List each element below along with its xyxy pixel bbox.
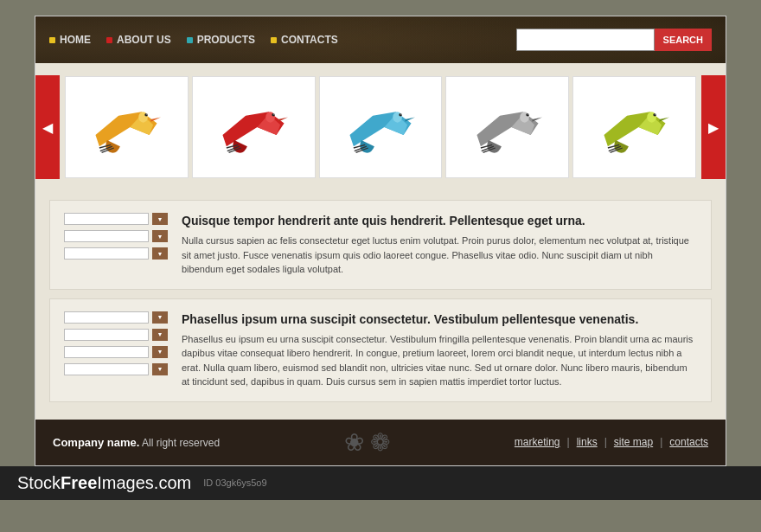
carousel-items	[60, 76, 701, 178]
control-bar-2	[64, 230, 149, 242]
sidebar-controls-1	[64, 213, 168, 277]
nav-about[interactable]: ABOUT US	[106, 34, 171, 46]
control-bar-4	[64, 311, 149, 324]
footer-link-contacts[interactable]: contacts	[669, 436, 708, 448]
blue-bird-icon	[342, 93, 419, 162]
svg-point-22	[400, 113, 401, 114]
domain-text: Images.com	[97, 473, 191, 492]
control-bar-5	[64, 329, 149, 341]
svg-point-40	[655, 113, 655, 114]
search-area: SEARCH	[516, 29, 712, 51]
nav-home[interactable]: HOME	[49, 34, 91, 46]
rights-text: All right reserved	[142, 437, 220, 449]
carousel-item-1[interactable]	[65, 76, 189, 178]
content-title-1: Quisque tempor hendrerit ante quis hendr…	[182, 213, 697, 228]
control-btn-2[interactable]	[152, 230, 168, 242]
content-text-1: Quisque tempor hendrerit ante quis hendr…	[182, 213, 697, 277]
main-nav: HOME ABOUT US PRODUCTS CONTACTS	[49, 34, 338, 46]
watermark-bar: StockFreeImages.com ID 03gk6ys5o9	[0, 466, 761, 500]
search-input[interactable]	[516, 29, 655, 51]
content-title-2: Phasellus ipsum urna suscipit consectetu…	[182, 311, 697, 327]
nav-products[interactable]: PRODUCTS	[187, 34, 255, 46]
carousel-next-arrow[interactable]: ▶	[701, 75, 726, 179]
footer-right: marketing | links | site map | contacts	[515, 436, 708, 448]
yellow-bird-icon	[87, 93, 165, 162]
nav-label-contacts: CONTACTS	[281, 34, 338, 46]
control-bar-6	[64, 346, 149, 358]
carousel-item-2[interactable]	[192, 76, 316, 178]
footer-sep-1: |	[567, 436, 570, 448]
company-name: Company name.	[53, 436, 139, 449]
carousel-section: ◀	[35, 63, 726, 191]
svg-marker-5	[151, 117, 162, 121]
footer-link-links[interactable]: links	[577, 436, 598, 448]
control-btn-6[interactable]	[152, 346, 168, 358]
control-row-1	[64, 213, 168, 225]
footer-sep-2: |	[604, 436, 607, 448]
control-btn-4[interactable]	[152, 311, 168, 324]
control-row-3	[64, 247, 168, 260]
svg-marker-41	[659, 117, 669, 121]
carousel-prev-arrow[interactable]: ◀	[35, 75, 60, 179]
control-row-2	[64, 230, 168, 242]
red-bird-icon	[214, 93, 292, 162]
nav-dot-products	[187, 37, 193, 43]
search-button[interactable]: SEARCH	[655, 29, 712, 51]
control-btn-3[interactable]	[152, 247, 168, 260]
nav-dot-contacts	[271, 37, 277, 43]
control-row-7	[64, 363, 168, 375]
carousel-item-4[interactable]	[445, 76, 569, 178]
watermark-id: ID 03gk6ys5o9	[203, 478, 266, 488]
control-row-4	[64, 311, 168, 324]
free-text: Free	[61, 473, 97, 492]
site-header: HOME ABOUT US PRODUCTS CONTACTS SEARCH	[35, 16, 726, 63]
control-btn-7[interactable]	[152, 363, 168, 375]
control-btn-1[interactable]	[152, 213, 168, 225]
control-row-5	[64, 329, 168, 341]
svg-point-13	[273, 113, 274, 114]
svg-point-4	[147, 113, 148, 114]
control-bar-7	[64, 363, 149, 375]
footer-left: Company name. All right reserved	[53, 436, 220, 449]
content-text-2: Phasellus ipsum urna suscipit consectetu…	[182, 311, 697, 389]
content-block-1: Quisque tempor hendrerit ante quis hendr…	[49, 200, 712, 290]
gray-bird-icon	[469, 93, 547, 162]
content-body-1: Nulla cursus sapien ac felis consectetur…	[182, 234, 697, 277]
control-bar-3	[64, 247, 149, 260]
content-area: Quisque tempor hendrerit ante quis hendr…	[35, 191, 726, 420]
svg-marker-23	[405, 117, 415, 121]
carousel-item-5[interactable]	[572, 76, 696, 178]
site-container: HOME ABOUT US PRODUCTS CONTACTS SEARCH ◀	[35, 16, 726, 466]
control-bar-1	[64, 213, 149, 225]
carousel-item-3[interactable]	[319, 76, 443, 178]
footer-link-sitemap[interactable]: site map	[614, 436, 653, 448]
nav-label-home: HOME	[60, 34, 91, 46]
site-footer: Company name. All right reserved ❀ ❁ mar…	[35, 420, 726, 465]
svg-marker-32	[532, 117, 542, 121]
sidebar-controls-2	[64, 311, 168, 389]
footer-link-marketing[interactable]: marketing	[515, 436, 560, 448]
control-btn-5[interactable]	[152, 329, 168, 341]
nav-label-products: PRODUCTS	[197, 34, 255, 46]
nav-contacts[interactable]: CONTACTS	[271, 34, 338, 46]
svg-marker-14	[278, 117, 289, 121]
footer-floral-decoration: ❀ ❁	[344, 428, 391, 457]
svg-point-31	[528, 113, 528, 114]
control-row-6	[64, 346, 168, 358]
nav-dot-home	[49, 37, 55, 43]
watermark-text: StockFreeImages.com	[17, 473, 191, 493]
content-body-2: Phasellus eu ipsum eu urna suscipit cons…	[182, 332, 697, 389]
green-bird-icon	[596, 93, 674, 162]
footer-sep-3: |	[660, 436, 662, 448]
content-block-2: Phasellus ipsum urna suscipit consectetu…	[49, 298, 712, 402]
nav-dot-about	[106, 37, 112, 43]
stock-text: Stock	[17, 473, 61, 492]
nav-label-about: ABOUT US	[117, 34, 171, 46]
